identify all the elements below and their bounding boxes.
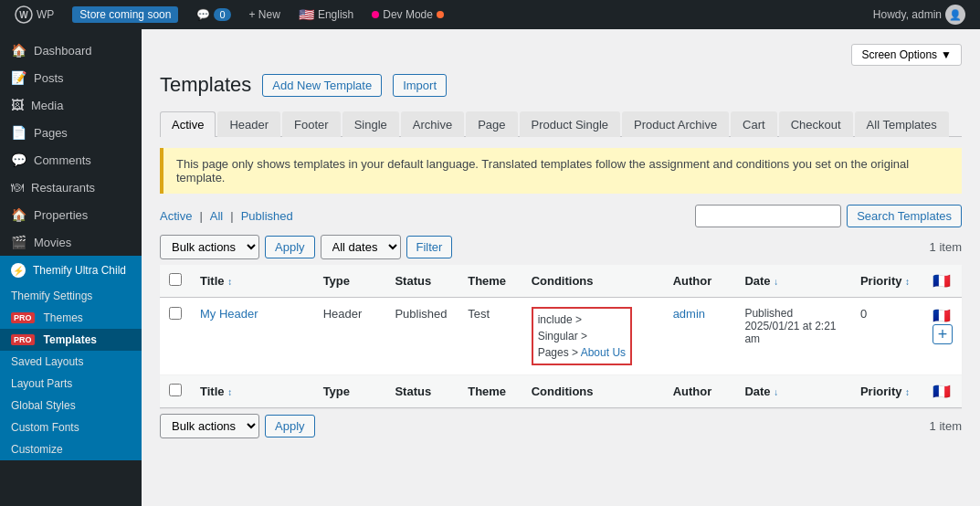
tfoot-priority-sort: ↕ [905,387,910,397]
table-header-row: Title ↕ Type Status Theme Conditions [160,265,962,298]
apply-button-top[interactable]: Apply [265,236,315,258]
tfoot-type: Type [314,375,386,408]
tab-header[interactable]: Header [217,111,280,137]
comments-item[interactable]: 💬 0 [189,0,237,29]
th-status: Status [385,265,458,298]
themify-icon: ⚡ [11,263,26,278]
tfoot-title[interactable]: Title ↕ [191,375,314,408]
screen-options-button[interactable]: Screen Options ▼ [851,44,962,66]
th-conditions: Conditions [522,265,664,298]
select-all-checkbox[interactable] [169,273,182,286]
search-input[interactable] [695,205,841,227]
th-priority[interactable]: Priority ↕ [851,265,923,298]
row-author-cell: admin [664,298,736,375]
language-label: English [318,8,353,21]
new-item[interactable]: + New [242,0,288,29]
wp-logo-item[interactable]: W WP [7,0,61,29]
filter-published-link[interactable]: Published [241,209,293,223]
themes-label: Themes [44,311,83,324]
filter-sep1: | [199,209,202,223]
tfoot-priority[interactable]: Priority ↕ [851,375,923,408]
row-theme-cell: Test [458,298,522,375]
sidebar-item-posts[interactable]: 📝 Posts [0,64,142,91]
select-all-bottom-checkbox[interactable] [169,384,182,396]
tab-product-single[interactable]: Product Single [520,111,621,137]
language-item[interactable]: 🇺🇸 English [291,0,361,29]
item-count-top: 1 item [930,240,962,254]
tab-product-archive[interactable]: Product Archive [622,111,729,137]
sidebar-item-movies[interactable]: 🎬 Movies [0,228,142,256]
sidebar-item-saved-layouts[interactable]: Saved Layouts [0,351,142,373]
tab-page[interactable]: Page [466,111,517,137]
header-flag-icon: 🇫🇷 [933,273,951,289]
row-title-cell: My Header [191,298,314,375]
row-type: Header [323,307,363,321]
row-checkbox[interactable] [169,307,182,320]
wp-label: WP [37,8,54,21]
sidebar-item-comments[interactable]: 💬 Comments [0,146,142,174]
sidebar-item-restaurants[interactable]: 🍽 Restaurants [0,174,142,201]
sidebar-item-dashboard[interactable]: 🏠 Dashboard [0,37,142,64]
sidebar-item-pages[interactable]: 📄 Pages [0,119,142,146]
tab-all-templates[interactable]: All Templates [855,111,949,137]
sidebar-item-global-styles[interactable]: Global Styles [0,395,142,416]
search-templates-button[interactable]: Search Templates [847,205,962,227]
sidebar-item-properties[interactable]: 🏠 Properties [0,201,142,228]
tab-active[interactable]: Active [160,111,216,137]
tab-cart[interactable]: Cart [731,111,777,137]
filter-button[interactable]: Filter [406,236,453,258]
notice-text: This page only shows templates in your d… [176,157,909,184]
tabs-nav: Active Header Footer Single Archive Page… [160,111,962,137]
add-new-template-button[interactable]: Add New Template [262,74,382,97]
conditions-link[interactable]: About Us [581,346,626,359]
dev-mode-item[interactable]: Dev Mode [364,0,451,29]
flag-us: 🇺🇸 [299,7,314,22]
comment-count: 0 [214,8,230,21]
sidebar-item-customize[interactable]: Customize [0,438,142,460]
site-label-item[interactable]: Store coming soon [65,0,185,29]
th-title[interactable]: Title ↕ [191,265,314,298]
sidebar-item-themify-settings[interactable]: Themify Settings [0,285,142,307]
dev-dot [372,11,379,18]
tfoot-flag: 🇫🇷 [923,375,962,408]
apply-button-bottom[interactable]: Apply [265,415,315,437]
dates-dropdown[interactable]: All dates [321,235,401,259]
avatar-icon: 👤 [945,5,965,25]
th-check [160,265,191,298]
sidebar-item-themes[interactable]: PRO Themes [0,307,142,329]
sidebar-label-restaurants: Restaurants [31,181,95,195]
row-author-link[interactable]: admin [673,307,705,321]
row-conditions-cell: include > Singular > Pages > About Us [522,298,664,375]
sidebar-item-layout-parts[interactable]: Layout Parts [0,373,142,395]
th-flag: 🇫🇷 [923,265,962,298]
sidebar-themify-ultra[interactable]: ⚡ Themify Ultra Child [0,256,142,285]
tfoot-status: Status [385,375,458,408]
tab-single[interactable]: Single [342,111,399,137]
filter-all-link[interactable]: All [210,209,223,223]
sidebar-item-media[interactable]: 🖼 Media [0,91,142,119]
tab-archive[interactable]: Archive [401,111,464,137]
sidebar-item-custom-fonts[interactable]: Custom Fonts [0,416,142,438]
th-theme: Theme [458,265,522,298]
row-priority: 0 [860,307,867,321]
row-title-link[interactable]: My Header [200,307,258,321]
filter-active-link[interactable]: Active [160,209,192,223]
sidebar-item-templates[interactable]: PRO Templates [0,329,142,351]
sidebar-label-dashboard: Dashboard [34,44,92,58]
sidebar-label-movies: Movies [34,236,71,249]
themes-pro-badge: PRO [11,312,35,323]
admin-bar: W WP Store coming soon 💬 0 + New 🇺🇸 Engl… [0,0,980,29]
bulk-actions-dropdown[interactable]: Bulk actions [160,235,259,259]
import-button[interactable]: Import [393,74,447,97]
th-date[interactable]: Date ↓ [735,265,851,298]
howdy-item[interactable]: Howdy, admin 👤 [866,0,973,29]
tab-checkout[interactable]: Checkout [779,111,853,137]
filter-links: Active | All | Published [160,209,293,223]
add-priority-button[interactable]: + [933,324,953,344]
tfoot-date[interactable]: Date ↓ [735,375,851,408]
tab-footer[interactable]: Footer [282,111,341,137]
page-header: Templates Add New Template Import [160,73,962,97]
title-sort-icon: ↕ [227,277,232,287]
new-label: + New [249,8,280,21]
bulk-actions-dropdown-bottom[interactable]: Bulk actions [160,414,259,438]
